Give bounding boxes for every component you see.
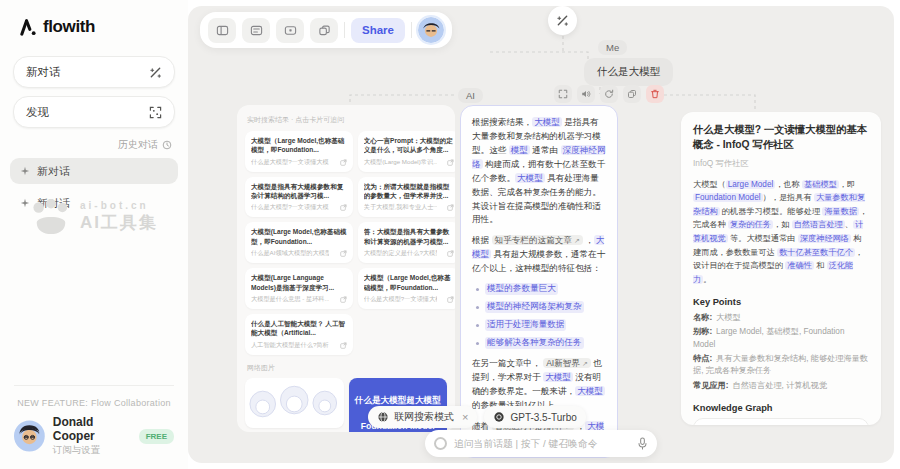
external-link-icon	[340, 204, 347, 211]
flow-canvas[interactable]: Share Me 什么是大模型 AI	[188, 6, 894, 463]
card-title: 文心一言Prompt：大模型的定义是什么，可以从多个角度...	[364, 136, 454, 155]
key-point-value: 具有大量参数和复杂结构, 能够处理海量数据, 完成各种复杂任务	[693, 354, 868, 375]
globe-icon	[377, 411, 389, 423]
key-point-label: 特点:	[693, 354, 712, 363]
sidebar: flowith 新对话 发现 历史对话	[0, 0, 188, 469]
search-results-grid: 大模型（Large Model,也称基础模型，即Foundation... 什么…	[245, 131, 447, 355]
input-mode-pills: 联网搜索模式 × GPT-3.5-Turbo	[368, 406, 586, 428]
copy-message-button[interactable]	[623, 85, 641, 103]
bullet-dot	[476, 342, 479, 345]
wand-icon	[556, 14, 569, 27]
model-selector-pill[interactable]: GPT-3.5-Turbo	[484, 406, 585, 428]
delete-button[interactable]	[646, 85, 664, 103]
card-source: 人工智能大模型是什么?简析...	[251, 341, 329, 350]
card-source: 什么是大模型?一文读懂大模...	[251, 158, 329, 167]
card-source-row: 大模型的定义是什么?大模型...	[364, 249, 454, 258]
model-name-label: GPT-3.5-Turbo	[510, 412, 576, 423]
web-image-diagram[interactable]	[245, 378, 344, 428]
watermark: ai-bot.cn AI工具集	[0, 198, 188, 236]
duplicate-button[interactable]	[310, 18, 338, 43]
discover-button[interactable]: 发现	[13, 96, 175, 128]
close-web-mode-icon[interactable]: ×	[462, 411, 468, 423]
ai-bullet-list: 模型的参数量巨大 模型的神经网络架构复杂 适用于处理海量数据 能	[476, 283, 606, 349]
card-source: 大模型(Large Model)常识...	[364, 158, 438, 167]
regenerate-button[interactable]	[600, 85, 618, 103]
bullet-text: 适用于处理海量数据	[485, 319, 566, 331]
card-title: 答：大模型是指具有大量参数和计算资源的机器学习模型...	[364, 227, 454, 246]
bullet-dot	[476, 288, 479, 291]
record-circle-icon[interactable]	[434, 437, 447, 450]
share-button[interactable]: Share	[351, 18, 405, 43]
search-result-card[interactable]: 沈为：所谓大模型就是指模型的参数量大，但学术界并没... 关于大模型,我和专业人…	[358, 177, 455, 218]
external-link-icon	[447, 159, 454, 166]
chat-input-bar[interactable]	[425, 430, 657, 457]
knowledge-graph-box[interactable]: Click to View	[693, 418, 869, 425]
presentation-button[interactable]	[276, 18, 304, 43]
search-result-card[interactable]: 大模型是指具有大规模参数和复杂计算结构的机器学习模... 什么是大模型?一文读懂…	[245, 177, 353, 218]
key-point-label: 常见应用:	[693, 381, 728, 390]
key-point-value: Large Model, 基础模型, Foundation Model	[693, 327, 844, 348]
history-item-1[interactable]: 新对话	[10, 158, 178, 184]
ai-paragraph-1: 根据搜索结果，大模型 是指具有大量参数和复杂结构的机器学习模型。这些 模型 通常…	[472, 116, 606, 227]
card-title: 沈为：所谓大模型就是指模型的参数量大，但学术界并没...	[364, 182, 454, 201]
key-point-value: 大模型	[716, 313, 741, 322]
search-result-card[interactable]: 什么是人工智能大模型？ 人工智能大模型（Artificial... 人工智能大模…	[245, 314, 353, 355]
card-source-row: 大模型(Large Model)常识...	[364, 158, 454, 167]
toggle-sidebar-button[interactable]	[208, 18, 236, 43]
search-result-card[interactable]: 答：大模型是指具有大量参数和计算资源的机器学习模型... 大模型的定义是什么?大…	[358, 222, 455, 263]
search-result-card[interactable]: 大模型(Large Language Models)是指基于深度学习... 大模…	[245, 268, 353, 309]
knowledge-graph-heading: Knowledge Graph	[693, 403, 869, 413]
key-points-list: 名称:大模型 别称:Large Model, 基础模型, Foundation …	[693, 312, 869, 392]
toolbar-divider	[344, 22, 345, 38]
toolbar-avatar[interactable]	[418, 17, 444, 43]
app-root: flowith 新对话 发现 历史对话	[0, 0, 900, 469]
search-result-card[interactable]: 文心一言Prompt：大模型的定义是什么，可以从多个角度... 大模型(Larg…	[358, 131, 455, 172]
app-logo: flowith	[18, 17, 95, 37]
flow-node-button[interactable]	[548, 6, 577, 35]
clock-icon	[162, 140, 172, 150]
expand-button[interactable]	[554, 85, 572, 103]
key-point-row: 别称:Large Model, 基础模型, Foundation Model	[693, 326, 869, 351]
card-source-row: 什么是大模型?一文读懂大模...	[251, 203, 347, 212]
card-source-row: 人工智能大模型是什么?简析...	[251, 341, 347, 350]
card-source: 什么是AI领域大模型的大模型?...	[251, 249, 329, 258]
ai-label: AI	[458, 88, 483, 103]
flowith-logo-icon	[18, 18, 37, 37]
card-title: 什么是人工智能大模型？ 人工智能大模型（Artificial...	[251, 319, 347, 338]
external-link-icon	[340, 342, 347, 349]
source-detail-panel[interactable]: 什么是大模型? 一文读懂大模型的基本概念 - InfoQ 写作社区 InfoQ …	[681, 112, 881, 425]
external-link-icon	[447, 296, 454, 303]
user-subtitle: 订阅与设置	[53, 444, 131, 457]
message-actions	[554, 85, 664, 103]
web-search-mode-pill[interactable]: 联网搜索模式 ×	[368, 406, 477, 428]
key-point-row: 常见应用:自然语言处理, 计算机视觉	[693, 380, 869, 392]
search-result-card[interactable]: 大模型（Large Model,也称基础模型，即Foundation... 什么…	[245, 131, 353, 172]
bullet-item: 模型的神经网络架构复杂	[476, 301, 606, 313]
search-results-panel: 实时搜索结果 · 点击卡片可追问 大模型（Large Model,也称基础模型，…	[237, 105, 455, 432]
user-avatar	[14, 419, 45, 453]
card-source: 什么是大模型?一文读懂大模...	[251, 203, 329, 212]
mic-icon[interactable]	[637, 437, 648, 450]
notes-list-button[interactable]	[242, 18, 270, 43]
sidebar-icon	[216, 24, 229, 37]
search-result-card[interactable]: 大模型(Large Model,也称基础模型，即Foundation... 什么…	[245, 222, 353, 263]
new-chat-button[interactable]: 新对话	[13, 56, 175, 88]
key-point-label: 名称:	[693, 313, 712, 322]
chat-input[interactable]	[454, 438, 630, 449]
sidebar-divider	[14, 385, 174, 386]
card-source-row: 什么是大模型?一文读懂大模...	[364, 295, 454, 304]
user-message-bubble[interactable]: 什么是大模型	[584, 58, 673, 86]
history-item-label: 新对话	[37, 164, 70, 179]
bullet-dot	[476, 306, 479, 309]
wand-icon	[149, 66, 162, 79]
source-site: InfoQ 写作社区	[693, 158, 869, 169]
search-result-card[interactable]: 大模型（Large Model,也称基础模型，即Foundation... 什么…	[358, 268, 455, 309]
external-link-icon	[447, 204, 454, 211]
trash-icon	[650, 89, 660, 99]
venn-thumbnail	[245, 378, 344, 428]
avatar-image	[418, 17, 444, 43]
watermark-line1: ai-bot.cn	[80, 200, 158, 211]
search-results-header: 实时搜索结果 · 点击卡片可追问	[247, 115, 447, 125]
user-account[interactable]: Donald Cooper 订阅与设置 FREE	[14, 416, 174, 456]
speak-button[interactable]	[577, 85, 595, 103]
